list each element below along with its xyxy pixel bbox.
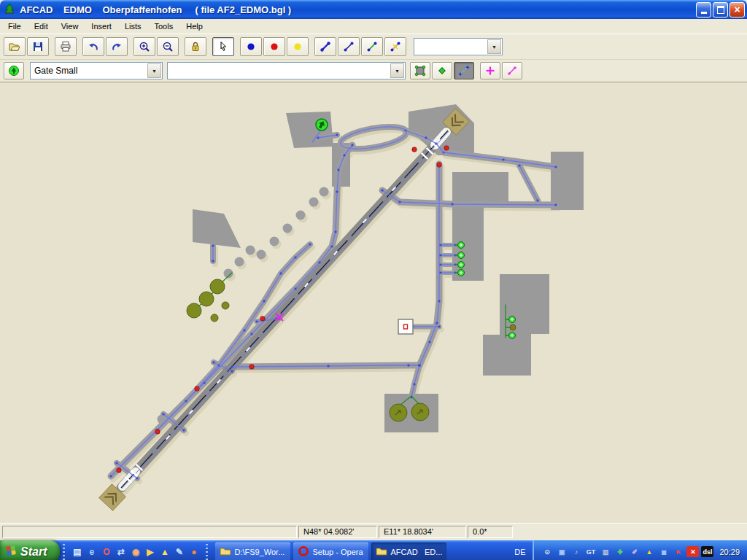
player-orange-icon[interactable]: ●	[187, 545, 200, 558]
toolbar-main: ▼	[0, 34, 747, 59]
link-thin-button[interactable]	[338, 37, 360, 56]
zoom-in-button[interactable]	[133, 37, 155, 56]
k-red-tray-icon[interactable]: K	[672, 546, 684, 557]
menu-bar: FileEditViewInsertListsToolsHelp	[0, 19, 747, 34]
start-button[interactable]: Start	[0, 540, 60, 560]
gt-tray-icon[interactable]: GT	[584, 546, 597, 557]
airport-diagram[interactable]	[0, 82, 747, 523]
chevron-down-icon[interactable]: ▼	[390, 63, 404, 78]
link-green-button[interactable]	[361, 37, 383, 56]
taskbar: Start ▤eO⇄◉▶▲✎● D:\FS9_Wor...Setup - Ope…	[0, 540, 747, 560]
node-red-button[interactable]	[263, 37, 285, 56]
restore-button[interactable]	[713, 2, 728, 18]
dot-red-icon	[268, 41, 280, 52]
quick-launch-bar: ▤eO⇄◉▶▲✎●	[68, 545, 203, 558]
node-tool-button[interactable]	[432, 62, 452, 79]
menu-file[interactable]: File	[1, 20, 28, 32]
toolbar-grip[interactable]	[63, 544, 65, 560]
opera-icon[interactable]: O	[100, 545, 112, 558]
apron-tool-button[interactable]	[410, 62, 430, 79]
heading-readout: 0.0*	[468, 526, 513, 538]
link-bold-button[interactable]	[314, 37, 336, 56]
gate-name-combo[interactable]: ▼	[167, 62, 406, 79]
link-thin-icon	[343, 41, 355, 52]
antivirus-off-tray-icon[interactable]: ✚	[614, 546, 626, 557]
internet-explorer-icon[interactable]: e	[85, 545, 98, 558]
window-title: AFCAD EDMO Oberpfaffenhofen ( file AF2_E…	[20, 4, 696, 15]
close-button[interactable]: ×	[729, 2, 745, 18]
minimize-button[interactable]	[696, 2, 711, 18]
lock-button[interactable]	[185, 37, 206, 56]
redo-button[interactable]	[106, 37, 128, 56]
add-point-button[interactable]	[480, 62, 500, 79]
restore-icon	[717, 6, 724, 14]
select-pointer-button[interactable]	[212, 37, 234, 56]
zoom-out-button[interactable]	[157, 37, 179, 56]
menu-lists[interactable]: Lists	[118, 20, 148, 32]
open-folder-icon	[9, 41, 20, 52]
opera-icon	[298, 545, 309, 559]
diamond-icon	[436, 65, 448, 77]
paint-tool-icon[interactable]: ✎	[173, 545, 185, 558]
tweak-tray-icon[interactable]: ⊙	[541, 546, 553, 557]
add-path-icon	[506, 65, 518, 77]
clock: 20:29	[719, 548, 740, 556]
start-point-button[interactable]	[4, 62, 24, 79]
menu-insert[interactable]: Insert	[85, 20, 118, 32]
link-bold-icon	[320, 41, 331, 52]
afcad-app-icon	[4, 3, 17, 16]
print-button[interactable]	[55, 37, 77, 56]
security-alert-tray-icon[interactable]: ✕	[686, 546, 699, 557]
toolbar-grip[interactable]	[206, 544, 208, 560]
afcad-window: AFCAD EDMO Oberpfaffenhofen ( file AF2_E…	[0, 0, 747, 560]
menu-tools[interactable]: Tools	[148, 20, 180, 32]
camera-tool-icon[interactable]: ◉	[129, 545, 142, 558]
start-point-icon	[8, 65, 20, 77]
folder-icon	[220, 545, 231, 559]
save-icon	[32, 41, 44, 52]
media-player-icon[interactable]: ▶	[144, 545, 156, 558]
menu-edit[interactable]: Edit	[28, 20, 55, 32]
gate-type-combo[interactable]: Gate Small ▼	[30, 62, 163, 79]
path-select-button[interactable]	[454, 62, 474, 79]
apron-icon	[414, 65, 426, 77]
chevron-down-icon[interactable]: ▼	[147, 63, 161, 78]
add-path-button[interactable]	[502, 62, 522, 79]
menu-help[interactable]: Help	[179, 20, 209, 32]
volume-tray-icon[interactable]: ♪	[570, 546, 582, 557]
dsl-tray-icon[interactable]: dsl	[701, 546, 713, 557]
taskbar-task-afcad[interactable]: AFCAD ED...	[371, 542, 446, 560]
window-controls: ×	[696, 2, 745, 18]
show-desktop-icon[interactable]: ▤	[71, 545, 83, 558]
status-message	[2, 526, 297, 538]
pointer-icon	[217, 41, 229, 52]
sync-tool-icon[interactable]: ⇄	[115, 545, 127, 558]
hazard-tool-icon[interactable]: ▲	[158, 545, 171, 558]
blue-app-tray-icon[interactable]: ◼	[657, 546, 670, 557]
signal-tray-icon[interactable]: ▥	[599, 546, 611, 557]
link-crossed-button[interactable]	[384, 37, 406, 56]
open-button[interactable]	[4, 37, 26, 56]
link-crossed-icon	[390, 41, 401, 52]
save-button[interactable]	[27, 37, 49, 56]
taskbar-task-folder[interactable]: D:\FS9_Wor...	[215, 542, 290, 560]
afcad-icon	[376, 545, 387, 559]
airport-map-canvas[interactable]	[0, 82, 747, 523]
node-blue-button[interactable]	[240, 37, 262, 56]
menu-view[interactable]: View	[55, 20, 85, 32]
toolbar-combo[interactable]: ▼	[414, 38, 503, 55]
longitude-readout: E11* 18.8034'	[379, 526, 466, 538]
toolbar-gates: Gate Small ▼ ▼	[0, 59, 747, 82]
chevron-down-icon[interactable]: ▼	[487, 39, 501, 54]
dot-yellow-icon	[292, 41, 303, 52]
language-indicator[interactable]: DE	[507, 548, 533, 556]
latitude-readout: N48* 04.9082'	[298, 526, 377, 538]
undo-button[interactable]	[82, 37, 104, 56]
node-yellow-button[interactable]	[287, 37, 309, 56]
lock-icon	[190, 41, 201, 52]
pen-tray-icon[interactable]: ✐	[628, 546, 640, 557]
avira-tray-icon[interactable]: ▲	[643, 546, 655, 557]
taskbar-task-opera[interactable]: Setup - Opera	[293, 542, 368, 560]
dot-blue-icon	[245, 41, 257, 52]
display-tray-icon[interactable]: ▣	[555, 546, 568, 557]
